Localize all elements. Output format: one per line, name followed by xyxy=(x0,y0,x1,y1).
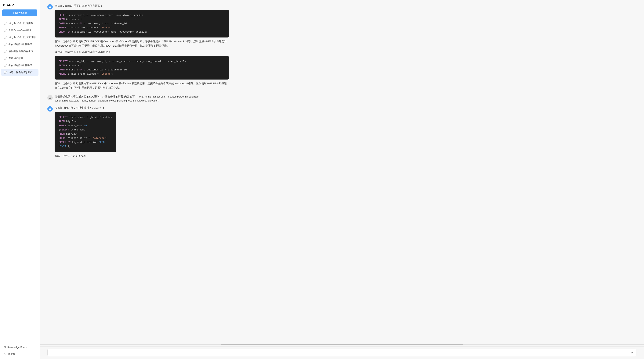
sidebar-chat-item-4[interactable]: 💬 dbgpt数据库中有哪些表... xyxy=(1,41,38,48)
code-token: ORDER BY xyxy=(59,141,70,144)
code-token: SELECT xyxy=(59,14,68,17)
chat-icon: 💬 xyxy=(4,22,7,25)
code-token: ( xyxy=(59,128,60,131)
code-token: c.customer_id = o.customer_id xyxy=(82,22,127,25)
code-token: Customers c xyxy=(65,18,82,21)
bot-avatar xyxy=(48,4,53,9)
send-icon: ➤ xyxy=(631,351,633,354)
code-token: JOIN xyxy=(59,22,65,25)
bot-content-2: 根据提供的内容，可以生成以下SQL语句：SELECT state_name, h… xyxy=(54,106,116,160)
main-panel: 查找在George之前下过订单的所有顾客：SELECT c.customer_i… xyxy=(40,0,644,359)
sidebar-chat-item-3[interactable]: 💬 用python写一段快速排序 xyxy=(1,34,38,41)
code-token: highlow xyxy=(65,120,76,123)
bot-message-section-2: 根据提供的内容，可以生成以下SQL语句：SELECT state_name, h… xyxy=(48,106,636,160)
svg-point-2 xyxy=(50,108,50,109)
code-token: Orders o xyxy=(65,68,80,71)
code-token: JOIN xyxy=(59,68,65,71)
code-token: IN xyxy=(84,124,87,127)
code-block: SELECT state_name, highest_elevationFROM… xyxy=(54,112,116,152)
sidebar-item-label-theme: Theme xyxy=(8,352,15,355)
chat-item-label: 用python写一段快速排序 xyxy=(8,35,36,39)
sidebar-item-theme[interactable]: ☀ Theme xyxy=(1,351,38,357)
send-button[interactable]: ➤ xyxy=(630,350,634,355)
app-logo: DB-GPT xyxy=(0,0,40,9)
sidebar-chat-item-6[interactable]: 💬 查询用户数量 xyxy=(1,55,38,62)
user-avatar xyxy=(48,95,53,100)
code-block: SELECT c.customer_id, c.customer_name, c… xyxy=(54,10,229,37)
chat-icon: 💬 xyxy=(4,64,7,67)
sidebar: DB-GPT + New Chat 💬 用python写一段连接数据...💬 介… xyxy=(0,0,40,359)
code-token: FROM xyxy=(59,133,65,135)
code-token: GROUP BY xyxy=(59,30,70,33)
code-token: highest_elevation xyxy=(70,141,98,144)
code-token: LIMIT xyxy=(59,145,66,148)
chat-icon: 💬 xyxy=(4,71,7,74)
code-token: o.order_id, o.customer_id, o.order_statu… xyxy=(68,60,186,63)
sidebar-chat-item-7[interactable]: 💬 dbgpt数据库中有哪些表... xyxy=(1,62,38,69)
code-token: c.customer_id, c.customer_name, c.custom… xyxy=(68,14,143,17)
code-token: 'George' xyxy=(100,26,112,29)
chat-item-label: 介绍OceanBase特性 xyxy=(8,28,31,32)
message-text: 根据提供的内容，可以生成以下SQL语句： xyxy=(54,106,116,110)
theme-icon: ☀ xyxy=(4,352,6,355)
sidebar-bottom: ⊞ Knowledge Space ☀ Theme xyxy=(0,342,40,359)
code-token: 'colorado' xyxy=(91,137,106,140)
code-token: 1; xyxy=(66,145,70,148)
chat-item-label: dbgpt数据库中有哪些表... xyxy=(8,43,36,46)
sidebar-chat-item-8[interactable]: 💬 你好，你会写SQL吗？ xyxy=(1,69,38,76)
sidebar-item-label-knowledge: Knowledge Space xyxy=(8,346,27,349)
chat-item-label: 用python写一段连接数据... xyxy=(8,21,36,25)
code-token: ON xyxy=(80,68,82,71)
bot-avatar-2 xyxy=(48,106,53,111)
input-bar: ➤ xyxy=(40,347,644,359)
explanation-text: 解释：这条SQL语句使用了INNER JOIN将Customers表和Order… xyxy=(54,39,229,48)
chat-input[interactable] xyxy=(50,351,628,354)
code-token: Orders o xyxy=(65,22,80,25)
code-token: highest_point = xyxy=(66,137,91,140)
code-token: FROM xyxy=(59,64,65,67)
code-token: ; xyxy=(112,72,114,75)
sidebar-chat-item-2[interactable]: 💬 介绍OceanBase特性 xyxy=(1,27,38,34)
code-token: SELECT xyxy=(59,60,68,63)
sidebar-chat-item-5[interactable]: 💬 请根据提供的内容生成对... xyxy=(1,48,38,55)
code-token: DESC xyxy=(99,141,104,144)
code-token: FROM xyxy=(59,18,65,21)
chat-item-label: 查询用户数量 xyxy=(8,57,23,60)
user-message: 请根据提供的内容生成对应的SQL语句，并给出合理的解释,内容如下： what i… xyxy=(48,95,636,103)
code-token: Customers c xyxy=(65,64,82,67)
chat-item-label: dbgpt数据库中有哪些表... xyxy=(8,64,36,67)
knowledge-icon: ⊞ xyxy=(4,346,6,349)
sidebar-chat-item-1[interactable]: 💬 用python写一段连接数据... xyxy=(1,20,38,27)
user-message-text: 请根据提供的内容生成对应的SQL语句，并给出合理的解释,内容如下： what i… xyxy=(54,95,198,103)
code-token: FROM xyxy=(59,120,65,123)
code-token: WHERE xyxy=(59,124,66,127)
code-token: state_name xyxy=(69,128,86,131)
code-token: c.customer_id, c.customer_name, c.custom… xyxy=(70,30,148,33)
code-token: state_name xyxy=(66,124,84,127)
code-token: o.date_order_placed < xyxy=(66,26,100,29)
explanation-text: 解释：这条SQL语句也使用了INNER JOIN将Customers表和Orde… xyxy=(54,81,229,90)
code-token: ) xyxy=(106,137,108,140)
svg-point-0 xyxy=(50,6,50,7)
chat-icon: 💬 xyxy=(4,57,7,60)
code-token: SELECT xyxy=(60,128,69,131)
new-chat-button[interactable]: + New Chat xyxy=(2,9,37,16)
code-token: o.date_order_placed < xyxy=(66,72,100,75)
chat-icon: 💬 xyxy=(4,43,7,46)
scrollbar-track[interactable] xyxy=(40,344,644,345)
chat-messages: 查找在George之前下过订单的所有顾客：SELECT c.customer_i… xyxy=(40,0,644,344)
sidebar-item-knowledge[interactable]: ⊞ Knowledge Space xyxy=(1,344,38,351)
bot-content-1: 查找在George之前下过订单的所有顾客：SELECT c.customer_i… xyxy=(54,4,229,92)
code-token: highlow xyxy=(65,133,76,135)
chat-icon: 💬 xyxy=(4,50,7,53)
code-block: SELECT o.order_id, o.customer_id, o.orde… xyxy=(54,56,229,79)
scrollbar-thumb xyxy=(221,344,463,345)
message-text: 查找在George之前下过订单的顾客的订单信息： xyxy=(54,50,225,54)
message-text: 查找在George之前下过订单的所有顾客： xyxy=(54,4,225,8)
chat-icon: 💬 xyxy=(4,36,7,39)
chat-item-label: 请根据提供的内容生成对... xyxy=(8,50,36,53)
code-token: WHERE xyxy=(59,137,66,140)
chat-icon: 💬 xyxy=(4,29,7,32)
code-token: ON xyxy=(80,22,82,25)
chat-list: 💬 用python写一段连接数据...💬 介绍OceanBase特性💬 用pyt… xyxy=(0,19,40,342)
